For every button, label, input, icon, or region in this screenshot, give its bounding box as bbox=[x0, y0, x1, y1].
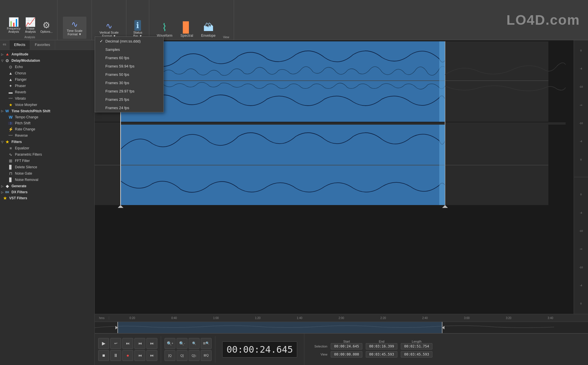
logo: LO4D.com bbox=[506, 12, 580, 28]
view-length-value: 00:03:45.593 bbox=[401, 351, 432, 358]
goto-start-button[interactable]: ⏮ bbox=[134, 350, 145, 361]
goto-end-button[interactable]: ⏭ bbox=[146, 350, 157, 361]
svg-rect-3 bbox=[445, 41, 566, 122]
tree-item-delete-silence[interactable]: ▊ Delete Silence bbox=[0, 164, 94, 170]
envelope-label: Envelope bbox=[201, 34, 216, 38]
marker-1:00: 1:00 bbox=[213, 316, 218, 320]
tree-item-amplitude[interactable]: ▷ 🔺 Amplitude bbox=[0, 51, 94, 57]
tree-item-equalizer[interactable]: ≡ Equalizer bbox=[0, 145, 94, 151]
db-label-0-bot2: 0 bbox=[580, 302, 582, 305]
tree-item-parametric[interactable]: ∿ Parametric Filters bbox=[0, 151, 94, 158]
db-scale: 0 -4 -10 -∞ -10 -4 0 0 -4 -10 -∞ -10 -4 … bbox=[574, 40, 588, 314]
dropdown-item-frames5994[interactable]: Frames 59.94 fps bbox=[95, 62, 163, 70]
options-button[interactable]: ⚙ Options... bbox=[39, 19, 55, 34]
loop-button[interactable]: ↩ bbox=[110, 338, 121, 349]
zoom-sel-vert-button[interactable]: ⊞Q bbox=[201, 350, 212, 361]
svg-rect-20 bbox=[118, 322, 442, 333]
envelope-button[interactable]: 🏔 Envelope bbox=[198, 20, 218, 39]
marker-3:40: 3:40 bbox=[548, 316, 553, 320]
zoom-fit-vert-button[interactable]: Q]↕ bbox=[189, 350, 200, 361]
tree-item-flanger[interactable]: ▲ Flanger bbox=[0, 76, 94, 83]
envelope-icon: 🏔 bbox=[203, 22, 214, 34]
dropdown-item-frames2997[interactable]: Frames 29.97 fps bbox=[95, 87, 163, 95]
db-label-4-mid: -4 bbox=[580, 140, 582, 143]
prev-fast-button[interactable]: ⏮ bbox=[134, 338, 145, 349]
waveform-canvas[interactable] bbox=[95, 40, 574, 314]
dropdown-item-frames50[interactable]: Frames 50 fps bbox=[95, 70, 163, 79]
dropdown-item-frames25[interactable]: Frames 25 fps bbox=[95, 95, 163, 104]
stop-button[interactable]: ■ bbox=[98, 350, 109, 361]
dropdown-item-frames60[interactable]: Frames 60 fps bbox=[95, 54, 163, 62]
tab-effects[interactable]: Effects bbox=[9, 40, 30, 50]
tree-item-noise-gate[interactable]: ⊓ Noise Gate bbox=[0, 170, 94, 177]
tree-item-pitch-shift[interactable]: 3 Pitch Shift bbox=[0, 120, 94, 126]
view-label: View bbox=[310, 353, 327, 356]
record-button[interactable]: ● bbox=[122, 350, 133, 361]
filters-icon: ★ bbox=[5, 140, 10, 144]
waveform-button[interactable]: ⌇ Waveform bbox=[154, 20, 175, 39]
selection-info: Start End Length Selection 00:00:24.645 … bbox=[304, 337, 588, 362]
tree-item-filters[interactable]: ▽ ★ Filters bbox=[0, 139, 94, 145]
zoom-out-vert-button[interactable]: Q] bbox=[177, 350, 187, 361]
tree-item-vst-filters[interactable]: ★ VST Filters bbox=[0, 195, 94, 201]
tab-es[interactable]: es bbox=[0, 40, 9, 50]
tree-item-tempo-change[interactable]: W Tempo Change bbox=[0, 114, 94, 120]
db-label-4-top: -4 bbox=[580, 67, 582, 70]
tree-item-delay[interactable]: ▽ ⊙ Delay/Modulation bbox=[0, 57, 94, 64]
tree-item-chorus[interactable]: ▲ Chorus bbox=[0, 70, 94, 76]
frequency-analysis-button[interactable]: 📊 FrequencyAnalysis bbox=[5, 16, 22, 34]
selection-minimap[interactable] bbox=[95, 322, 588, 333]
selection-end-value: 00:03:16.399 bbox=[366, 343, 397, 349]
svg-rect-15 bbox=[548, 41, 566, 122]
zoom-fit-button[interactable]: 🔍 bbox=[189, 338, 200, 349]
vertscale-button[interactable]: ∿ Vertical ScaleFormat ▼ bbox=[98, 20, 120, 39]
tree-item-timestretch[interactable]: ▷ W Time Stretch/Pitch Shift bbox=[0, 108, 94, 114]
pause-button[interactable]: ⏸ bbox=[110, 350, 121, 361]
sidebar-tree: ▷ 🔺 Amplitude ▽ ⊙ Delay/Modulation ⊙ Ech… bbox=[0, 50, 94, 365]
phaser-icon: ✦ bbox=[8, 84, 13, 88]
tree-item-vibrato[interactable]: 〰 Vibrato bbox=[0, 95, 94, 102]
phase-analysis-button[interactable]: 📈 PhaseAnalysis bbox=[23, 16, 37, 34]
db-label-0-top: 0 bbox=[580, 49, 582, 52]
tree-item-fft[interactable]: ⊞ FFT Filter bbox=[0, 158, 94, 164]
tree-item-echo[interactable]: ⊙ Echo bbox=[0, 64, 94, 70]
timescale-button[interactable]: ∿ Time ScaleFormat ▼ bbox=[63, 17, 87, 39]
tree-item-phaser[interactable]: ✦ Phaser bbox=[0, 83, 94, 89]
dropdown-item-decimal[interactable]: ✓ Decimal (mm:ss.ddd) bbox=[95, 37, 163, 45]
dropdown-item-samples[interactable]: Samples bbox=[95, 45, 163, 54]
statusbar-button[interactable]: ℹ StatusBar ▼ bbox=[131, 19, 144, 39]
svg-rect-1 bbox=[121, 41, 445, 122]
zoom-sel-button[interactable]: ⊞🔍 bbox=[201, 338, 212, 349]
zoom-in-button[interactable]: 🔍+ bbox=[165, 338, 175, 349]
dropdown-item-frames24[interactable]: Frames 24 fps bbox=[95, 104, 163, 112]
tree-item-rate-change[interactable]: ⚡ Rate Change bbox=[0, 126, 94, 132]
timescale-group: ∿ Time ScaleFormat ▼ bbox=[57, 0, 92, 40]
db-label-0-mid: 0 bbox=[580, 158, 582, 161]
timeline-unit-label: hms bbox=[95, 316, 109, 320]
tab-favorites[interactable]: Favorites bbox=[30, 40, 55, 50]
tree-item-noise-removal[interactable]: ▊ Noise Removal bbox=[0, 177, 94, 183]
next-fast-button[interactable]: ⏭ bbox=[146, 338, 157, 349]
db-label-0-bot: 0 bbox=[580, 193, 582, 196]
tree-item-generate[interactable]: ▷ ◆ Generate bbox=[0, 183, 94, 189]
vibrato-icon: 〰 bbox=[8, 96, 13, 101]
next-button[interactable]: ⏭ bbox=[122, 338, 133, 349]
delay-icon: ⊙ bbox=[5, 58, 10, 63]
zoom-out-button[interactable]: 🔍- bbox=[177, 338, 187, 349]
zoom-in-vert-button[interactable]: [Q bbox=[165, 350, 175, 361]
svg-rect-13 bbox=[439, 41, 445, 122]
tree-item-voice-morpher[interactable]: ★ Voice Morpher bbox=[0, 102, 94, 108]
spectral-button[interactable]: ▊ Spectral bbox=[178, 20, 196, 39]
tree-item-reverse[interactable]: 〰 Reverse bbox=[0, 132, 94, 139]
reverb-icon: ▬ bbox=[8, 90, 13, 94]
tree-item-reverb[interactable]: ▬ Reverb bbox=[0, 89, 94, 95]
selection-row: Selection 00:00:24.645 00:03:16.399 00:0… bbox=[310, 343, 582, 349]
dropdown-item-frames30[interactable]: Frames 30 fps bbox=[95, 79, 163, 87]
header-length: Length bbox=[401, 340, 432, 343]
play-button[interactable]: ▶ bbox=[98, 338, 109, 349]
tree-item-dx-filters[interactable]: ▷ DX DX Filters bbox=[0, 189, 94, 195]
pitch-icon: 3 bbox=[8, 122, 13, 125]
db-label-inf-top: -∞ bbox=[580, 104, 582, 107]
chorus-icon: ▲ bbox=[8, 71, 13, 76]
statusbar-group: ℹ StatusBar ▼ bbox=[126, 0, 149, 40]
